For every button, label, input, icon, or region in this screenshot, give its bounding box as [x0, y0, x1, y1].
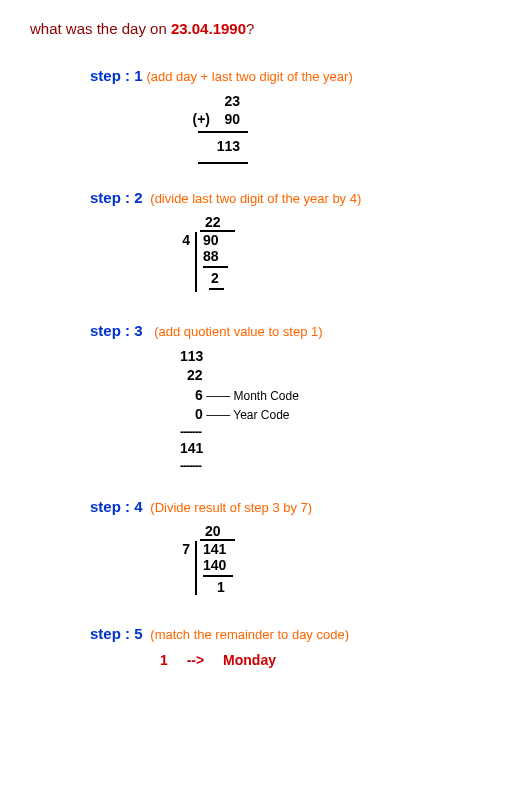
step1-label: step : 1 — [90, 67, 143, 84]
step1-num1: 23 — [210, 92, 240, 110]
step5-result: 1 --> Monday — [160, 652, 502, 668]
step1-num2: 90 — [210, 110, 240, 128]
step4-header: step : 4 (Divide result of step 3 by 7) — [90, 498, 502, 515]
arrow-icon: --> — [187, 652, 205, 668]
step3-num4: 0 — [195, 406, 203, 422]
step1-line-lower — [198, 162, 248, 164]
step5-desc: (match the remainder to day code) — [150, 627, 349, 642]
step4-label: step : 4 — [90, 498, 143, 515]
step4-sub-line — [203, 575, 233, 577]
step3-month-code-label: —— Month Code — [203, 389, 299, 403]
step4-quotient: 20 — [205, 523, 502, 539]
step2-remainder: 2 — [203, 270, 228, 286]
step4-desc: (Divide result of step 3 by 7) — [150, 500, 312, 515]
question-suffix: ? — [246, 20, 254, 37]
step3-dash-lower: ------- — [180, 459, 502, 473]
step2-sub: 88 — [203, 248, 228, 264]
step3-calc: 113 22 6 —— Month Code 0 —— Year Code --… — [180, 347, 502, 473]
step1-header: step : 1 (add day + last two digit of th… — [90, 67, 502, 84]
step2-desc: (divide last two digit of the year by 4) — [150, 191, 361, 206]
step2-calc: 22 4 90 88 2 — [170, 214, 502, 292]
step2-sub-line — [203, 266, 228, 268]
step2-label: step : 2 — [90, 189, 143, 206]
step4-dividend: 141 — [203, 541, 233, 557]
step4-sub: 140 — [203, 557, 233, 573]
step2-dividend: 90 — [203, 232, 228, 248]
step1-line-upper — [198, 131, 248, 133]
step5-code: 1 — [160, 652, 168, 668]
step3-year-code-label: —— Year Code — [203, 408, 290, 422]
step1-calc: 23 (+)90 113 — [180, 92, 502, 164]
question-text: what was the day on 23.04.1990? — [30, 20, 502, 37]
step3-label: step : 3 — [90, 322, 143, 339]
step1-result: 113 — [210, 137, 240, 155]
step4-divisor: 7 — [170, 541, 195, 557]
step1-desc: (add day + last two digit of the year) — [146, 69, 352, 84]
step3-header: step : 3 (add quotient value to step 1) — [90, 322, 502, 339]
step4-remainder: 1 — [203, 579, 233, 595]
step5-label: step : 5 — [90, 625, 143, 642]
step5-header: step : 5 (match the remainder to day cod… — [90, 625, 502, 642]
step3-desc: (add quotient value to step 1) — [154, 324, 322, 339]
step3-num2: 22 — [180, 366, 502, 386]
question-date: 23.04.1990 — [171, 20, 246, 37]
step3-dash-upper: ------- — [180, 425, 502, 439]
step5-day: Monday — [223, 652, 276, 668]
step2-quotient: 22 — [205, 214, 502, 230]
step2-header: step : 2 (divide last two digit of the y… — [90, 189, 502, 206]
step4-calc: 20 7 141 140 1 — [170, 523, 502, 595]
step2-divisor: 4 — [170, 232, 195, 248]
step3-num1: 113 — [180, 347, 502, 367]
step1-plus: (+) — [180, 110, 210, 128]
step3-result: 141 — [180, 439, 502, 459]
question-prefix: what was the day on — [30, 20, 171, 37]
step3-num3: 6 — [195, 387, 203, 403]
step2-rem-line — [209, 288, 224, 290]
